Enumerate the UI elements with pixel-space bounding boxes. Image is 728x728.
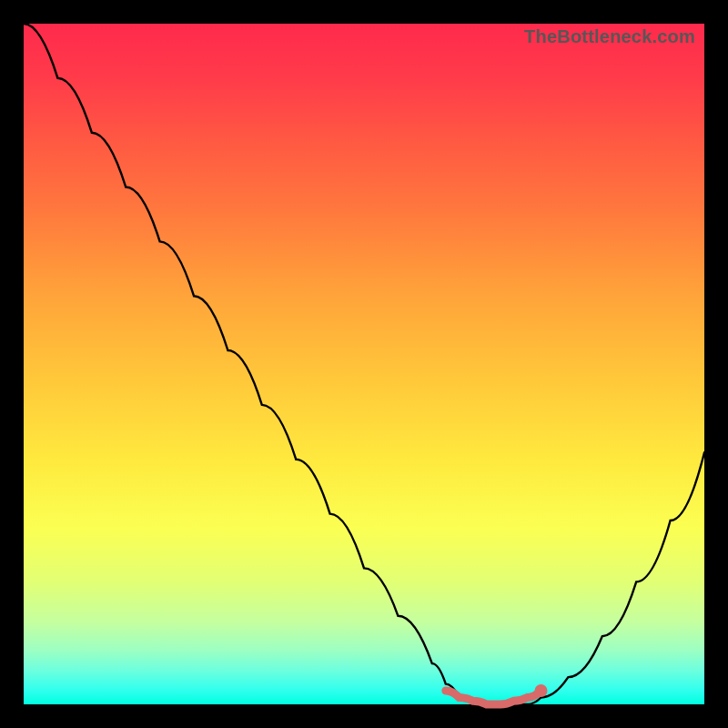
chart-stage: TheBottleneck.com: [0, 0, 728, 728]
chart-svg: [24, 24, 704, 704]
chart-plot-area: TheBottleneck.com: [24, 24, 704, 704]
min-dot: [535, 684, 548, 697]
bottleneck-curve-path: [24, 24, 704, 704]
bottleneck-floor-marker-path: [446, 691, 541, 704]
